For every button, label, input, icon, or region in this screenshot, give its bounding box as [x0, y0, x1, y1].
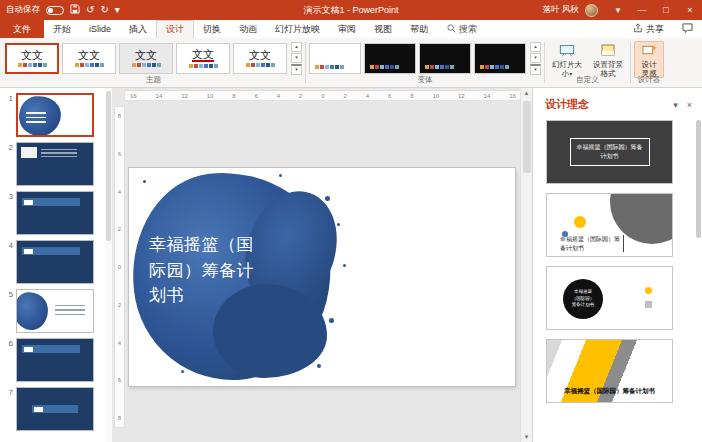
redo-icon[interactable]: ↻ [100, 5, 108, 15]
maximize-button[interactable]: □ [654, 0, 678, 20]
tab-view[interactable]: 视图 [365, 20, 401, 38]
save-icon[interactable] [70, 4, 80, 16]
slide-number: 1 [2, 93, 13, 103]
ink-splatter-dot [181, 370, 184, 373]
format-background-button[interactable]: 设置背景格式 [589, 41, 627, 78]
share-button[interactable]: 共享 [624, 20, 673, 38]
tab-islide[interactable]: iSlide [80, 20, 120, 38]
search-icon [447, 24, 456, 35]
slide-6-thumb[interactable] [16, 338, 94, 382]
slide-title-text[interactable]: 幸福摇篮（国际园）筹备计划书 [149, 232, 261, 309]
scrollbar-thumb[interactable] [106, 91, 111, 241]
design-ideas-panel: 设计理念 ▾ × 幸福摇篮（国际园）筹备计划书 幸福摇篮（国际园）筹备计划书 幸 [532, 88, 702, 442]
scroll-up-icon[interactable]: ▴ [525, 89, 529, 97]
autosave-toggle[interactable] [46, 6, 64, 15]
theme-thumbnail-4[interactable]: 文文 [176, 43, 230, 74]
slide-canvas[interactable]: 幸福摇篮（国际园）筹备计划书 [129, 168, 515, 386]
variant-thumbnail-4[interactable] [474, 43, 526, 74]
gallery-more-icon[interactable]: ▾ [291, 64, 302, 75]
gallery-more-icon[interactable]: ▾ [530, 64, 541, 75]
variant-thumbnail-2[interactable] [364, 43, 416, 74]
ink-splatter-dot [279, 174, 282, 177]
format-background-icon [601, 44, 615, 59]
slide-7-thumb[interactable] [16, 387, 94, 431]
design-suggestion-2[interactable]: 幸福摇篮（国际园）筹备计划书 [546, 193, 673, 257]
ribbon-display-options-icon[interactable]: ▾ [606, 0, 630, 20]
yellow-dot-graphic [574, 216, 586, 228]
designer-group-label: 设计器 [631, 75, 667, 85]
slide-thumbnail-item-7[interactable]: 7 [2, 387, 105, 431]
chevron-down-icon[interactable]: ▾ [673, 100, 678, 110]
horizontal-ruler[interactable]: 1614121086420246810121416 [124, 90, 522, 101]
user-name[interactable]: 落叶 风秋 [543, 4, 579, 16]
design-suggestion-1[interactable]: 幸福摇篮（国际园）筹备计划书 [546, 120, 673, 184]
slides-panel-scrollbar[interactable] [105, 88, 112, 442]
vertical-ruler[interactable]: 864202468 [114, 106, 125, 428]
autosave-label: 自动保存 [6, 4, 40, 16]
variant-thumbnail-3[interactable] [419, 43, 471, 74]
slide-thumbnail-item-3[interactable]: 3 [2, 191, 105, 235]
scrollbar-thumb[interactable] [523, 101, 531, 173]
thumb-text-lines [55, 305, 85, 318]
slide-area-scrollbar[interactable]: ▴ ▾ [520, 88, 532, 442]
comment-icon [682, 23, 693, 35]
tab-transitions[interactable]: 切换 [194, 20, 230, 38]
slide-4-thumb[interactable] [16, 240, 94, 284]
tab-slideshow[interactable]: 幻灯片放映 [266, 20, 329, 38]
search-placeholder: 搜索 [459, 23, 477, 36]
slide-2-thumb[interactable] [16, 142, 94, 186]
suggestion-title-text: 幸福摇篮（国际园）筹备计划书 [570, 289, 596, 309]
customize-group-label: 自定义 [545, 75, 630, 85]
slide-3-thumb[interactable] [16, 191, 94, 235]
slide-5-thumb[interactable] [16, 289, 94, 333]
thumb-title-bar [22, 247, 80, 255]
theme-color-strip [75, 63, 104, 67]
theme-sample-text: 文文 [78, 49, 100, 61]
slide-number: 6 [2, 338, 13, 348]
variant-color-strip [425, 65, 454, 69]
themes-gallery: 文文 文文 文文 文文 文文 [5, 41, 302, 75]
undo-icon[interactable]: ↺ [86, 5, 94, 15]
theme-thumbnail-3[interactable]: 文文 [119, 43, 173, 74]
tab-file[interactable]: 文件 [0, 20, 44, 38]
scroll-down-icon[interactable]: ▾ [525, 433, 529, 441]
slide-thumbnail-item-2[interactable]: 2 [2, 142, 105, 186]
tab-home[interactable]: 开始 [44, 20, 80, 38]
tab-insert[interactable]: 插入 [120, 20, 156, 38]
design-ideas-button[interactable]: 设计灵感 [634, 41, 664, 78]
variant-thumbnail-1[interactable] [309, 43, 361, 74]
customize-group: 幻灯片大小▾ 设置背景格式 自定义 [545, 39, 630, 86]
close-button[interactable]: × [678, 0, 702, 20]
search-input[interactable]: 搜索 [437, 20, 487, 38]
design-suggestion-4[interactable]: 幸福摇篮（国际园）筹备计划书 [546, 339, 673, 403]
scroll-up-icon[interactable]: ▴ [530, 42, 541, 52]
theme-thumbnail-current[interactable]: 文文 [5, 43, 59, 74]
tab-review[interactable]: 审阅 [329, 20, 365, 38]
scroll-up-icon[interactable]: ▴ [291, 42, 302, 52]
minimize-button[interactable]: — [630, 0, 654, 20]
window-title: 演示文稿1 - PowerPoint [303, 4, 398, 17]
ink-splatter-dot [329, 318, 334, 323]
close-icon[interactable]: × [687, 100, 692, 110]
slide-thumbnail-item-5[interactable]: 5 [2, 289, 105, 333]
tab-animations[interactable]: 动画 [230, 20, 266, 38]
qat-customize-icon[interactable]: ▾ [115, 5, 120, 15]
user-avatar[interactable] [585, 4, 598, 17]
scroll-down-icon[interactable]: ▾ [291, 53, 302, 63]
theme-thumbnail-5[interactable]: 文文 [233, 43, 287, 74]
scrollbar-thumb[interactable] [696, 120, 701, 238]
variants-group: ▴ ▾ ▾ 变体 [306, 39, 544, 86]
theme-thumbnail-2[interactable]: 文文 [62, 43, 116, 74]
scroll-down-icon[interactable]: ▾ [530, 53, 541, 63]
slide-thumbnail-item-1[interactable]: 1 [2, 93, 105, 137]
slide-size-button[interactable]: 幻灯片大小▾ [548, 41, 586, 78]
comments-button[interactable] [673, 20, 702, 38]
design-suggestion-3[interactable]: 幸福摇篮（国际园）筹备计划书 [546, 266, 673, 330]
slide-1-thumb[interactable] [16, 93, 94, 137]
tab-design[interactable]: 设计 [156, 20, 194, 38]
tab-help[interactable]: 帮助 [401, 20, 437, 38]
slide-thumbnail-item-6[interactable]: 6 [2, 338, 105, 382]
design-panel-scrollbar[interactable] [696, 120, 701, 436]
slide-thumbnail-item-4[interactable]: 4 [2, 240, 105, 284]
share-label: 共享 [646, 23, 664, 36]
